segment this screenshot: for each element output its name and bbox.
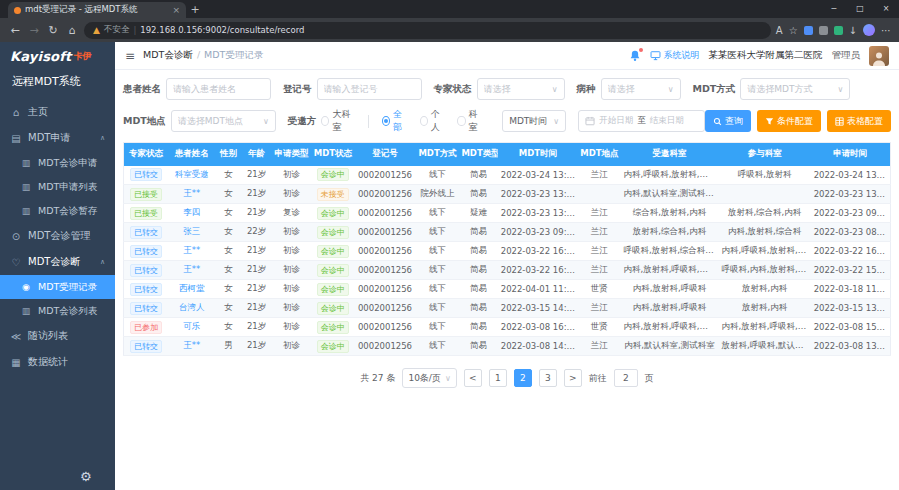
register-no-input[interactable]	[317, 78, 422, 100]
list-icon: ▥	[20, 158, 32, 168]
chevron-down-icon: ∨	[837, 85, 843, 94]
radio-dept[interactable]: 科室	[457, 108, 482, 134]
user-avatar[interactable]	[869, 46, 889, 66]
extension-icon[interactable]	[804, 26, 813, 35]
download-icon[interactable]: ↓	[849, 25, 857, 36]
table-cell: 21岁	[242, 318, 272, 337]
page-button[interactable]: 3	[539, 369, 557, 387]
page-button[interactable]: 1	[489, 369, 507, 387]
column-header: 性别	[216, 143, 242, 166]
table-cell: 0002001256	[354, 242, 415, 261]
column-header: MDT状态	[311, 143, 354, 166]
mdt-place-select[interactable]: 请选择MDT地点 ∨	[171, 110, 276, 132]
next-page-button[interactable]: >	[564, 369, 582, 387]
patient-name-link[interactable]: 王**	[183, 264, 200, 274]
search-icon	[713, 117, 722, 126]
table-cell: 世贤	[578, 318, 620, 337]
address-bar[interactable]: ▲ 不安全 | 192.168.0.156:9002/consultate/re…	[84, 22, 771, 39]
tab-close-icon[interactable]: ×	[172, 5, 180, 15]
new-tab-button[interactable]: +	[186, 2, 204, 18]
mdt-mode-select[interactable]: 请选择MDT方式 ∨	[740, 78, 850, 100]
table-cell: 2022-03-24 13:37:44	[811, 166, 891, 185]
sidebar-item-mdt-consult-list[interactable]: ▥ MDT会诊列表	[0, 299, 115, 323]
table-cell: 线下	[416, 166, 460, 185]
menu-toggle-icon[interactable]: ≡	[125, 49, 135, 63]
translate-icon[interactable]: A	[776, 25, 783, 36]
column-header: MDT时间	[498, 143, 579, 166]
system-help-link[interactable]: 系统说明	[650, 49, 700, 62]
radio-big-dept[interactable]: 大科室	[321, 108, 353, 134]
table-cell: 内科,默认科室,测试科室	[620, 337, 718, 356]
minimize-button[interactable]: ─	[821, 0, 847, 18]
home-button[interactable]: ⌂	[65, 24, 79, 37]
more-menu-icon[interactable]: ⋯	[881, 25, 891, 36]
radio-personal[interactable]: 个人	[420, 108, 445, 134]
favorite-star-icon[interactable]: ☆	[789, 25, 798, 36]
table-cell: 王**	[168, 261, 216, 280]
sidebar-item-label: MDT会诊暂存	[38, 205, 97, 218]
sidebar-item-mdt-manage[interactable]: ⊙ MDT会诊管理	[0, 223, 115, 249]
column-header: MDT地点	[578, 143, 620, 166]
sidebar-item-mdt-apply-list[interactable]: ▥ MDT申请列表	[0, 175, 115, 199]
expert-status-select[interactable]: 请选择 ∨	[477, 78, 565, 100]
forward-button[interactable]: →	[27, 24, 41, 37]
sidebar-item-statistics[interactable]: ▦ 数据统计	[0, 349, 115, 375]
browser-profile-avatar[interactable]	[863, 24, 875, 36]
maximize-button[interactable]: □	[847, 0, 873, 18]
close-button[interactable]: ×	[873, 0, 899, 18]
settings-gear-icon[interactable]: ⚙	[80, 469, 92, 484]
patient-name-link[interactable]: 王**	[183, 188, 200, 198]
sidebar-item-mdt-consult-apply[interactable]: ▥ MDT会诊申请	[0, 151, 115, 175]
user-role: 管理员	[832, 49, 861, 62]
patient-name-input[interactable]	[166, 78, 271, 100]
table-row: 已接受李四女21岁复诊会诊中0002001256线下疑难2022-03-23 1…	[124, 204, 891, 223]
button-label: 查询	[725, 115, 743, 128]
goto-page-input[interactable]	[614, 369, 638, 387]
search-button[interactable]: 查询	[705, 110, 751, 132]
column-header: 年龄	[242, 143, 272, 166]
disease-select[interactable]: 请选择 ∨	[601, 78, 681, 100]
expert-status-tag: 已转交	[130, 340, 162, 353]
column-header: MDT类型	[459, 143, 497, 166]
patient-name-link[interactable]: 张三	[183, 226, 200, 236]
select-placeholder: 请选择MDT地点	[178, 115, 259, 128]
patient-name-link[interactable]: 可乐	[183, 321, 200, 331]
page-size-select[interactable]: 10条/页 ∨	[402, 368, 456, 388]
patient-name-link[interactable]: 台湾人	[179, 302, 205, 312]
extension-icon[interactable]	[834, 26, 843, 35]
browser-tab[interactable]: mdt受理记录 - 远程MDT系统 ×	[8, 2, 186, 18]
select-placeholder: 请选择	[608, 83, 664, 96]
table-row: 已转交张三女22岁初诊会诊中0002001256线下简易2022-03-23 0…	[124, 223, 891, 242]
table-cell: 2022-03-08 14:10:00	[498, 337, 579, 356]
table-cell: 已接受	[124, 204, 168, 223]
column-header: 申请类型	[272, 143, 312, 166]
sidebar-item-mdt-apply[interactable]: ▤ MDT申请 ∧	[0, 125, 115, 151]
patient-name-link[interactable]: 王**	[183, 245, 200, 255]
patient-name-link[interactable]: 科室受邀	[175, 169, 209, 179]
back-button[interactable]: ←	[8, 24, 22, 37]
table-config-button[interactable]: 表格配置	[827, 110, 891, 132]
sidebar-item-followup-list[interactable]: ≪ 随访列表	[0, 323, 115, 349]
mdt-time-select[interactable]: MDT时间 ∨	[502, 110, 566, 132]
sidebar-item-mdt-draft[interactable]: ▥ MDT会诊暂存	[0, 199, 115, 223]
radio-all[interactable]: 全部	[382, 108, 407, 134]
patient-name-link[interactable]: 李四	[183, 207, 200, 217]
extension-icon[interactable]	[819, 26, 828, 35]
notification-bell-icon[interactable]	[629, 50, 641, 62]
breadcrumb-parent[interactable]: MDT会诊断	[143, 49, 193, 60]
sidebar-item-mdt-accept-record[interactable]: ◉ MDT受理记录	[0, 275, 115, 299]
disease-filter: 病种 请选择 ∨	[577, 78, 681, 100]
patient-name-link[interactable]: 王**	[183, 340, 200, 350]
prev-page-button[interactable]: <	[464, 369, 482, 387]
date-range-picker[interactable]: 开始日期 至 结束日期	[578, 110, 705, 132]
sidebar-item-home[interactable]: ⌂ 主页	[0, 99, 115, 125]
condition-config-button[interactable]: 条件配置	[757, 110, 821, 132]
goto-unit-label: 页	[645, 372, 654, 385]
patient-name-link[interactable]: 西柯堂	[179, 283, 205, 293]
table-cell: 2022-03-23 09:20:00	[498, 223, 579, 242]
page-button[interactable]: 2	[514, 369, 532, 387]
sidebar-item-mdt-diagnosis[interactable]: ♡ MDT会诊断 ∧	[0, 249, 115, 275]
refresh-button[interactable]: ↻	[46, 24, 60, 37]
table-cell: 女	[216, 223, 242, 242]
sidebar-item-label: MDT会诊申请	[38, 157, 97, 170]
